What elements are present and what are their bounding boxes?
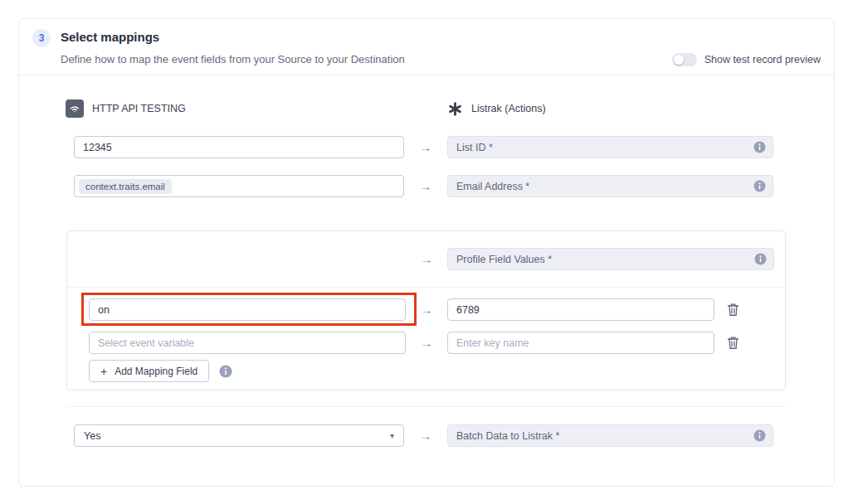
show-test-record-preview-toggle[interactable] [672, 53, 697, 66]
destination-header: Listrak (Actions) [447, 101, 773, 117]
step-number-badge: 3 [32, 29, 51, 47]
batch-select[interactable]: Yes ▾ [74, 424, 404, 447]
delete-row-button[interactable] [714, 303, 751, 317]
kv1-key-name-input[interactable] [447, 298, 714, 321]
arrow-right-icon: → [406, 336, 447, 350]
arrow-right-icon: → [404, 429, 447, 443]
section-divider [66, 406, 786, 407]
plus-icon: + [100, 365, 107, 378]
email-source-input[interactable]: context.traits.email [74, 175, 404, 197]
partner-header-row: HTTP API TESTING Listrak (Actions) [74, 99, 773, 119]
add-mapping-field-row: + Add Mapping Field [89, 360, 232, 382]
source-name: HTTP API TESTING [92, 103, 186, 114]
profile-label: Profile Field Values * [456, 254, 552, 265]
profile-field-values-box: → Profile Field Values * → [66, 230, 786, 390]
page-subtitle: Define how to map the event fields from … [61, 53, 405, 65]
arrow-right-icon: → [404, 140, 447, 154]
wifi-icon [66, 99, 84, 118]
info-icon[interactable] [753, 141, 766, 153]
profile-destination-field: Profile Field Values * [447, 248, 774, 270]
kv2-variable-input[interactable] [89, 332, 406, 354]
test-record-preview-toggle-group: Show test record preview [672, 53, 821, 66]
email-destination-field: Email Address * [447, 175, 773, 197]
mapping-row-list-id: → List ID * [74, 136, 773, 158]
list-id-source-input[interactable] [74, 136, 404, 158]
batch-label: Batch Data to Listrak * [456, 430, 559, 442]
event-variable-chip[interactable]: context.traits.email [79, 179, 172, 194]
destination-name: Listrak (Actions) [471, 103, 546, 114]
email-label: Email Address * [456, 181, 529, 192]
add-mapping-field-button[interactable]: + Add Mapping Field [89, 360, 209, 382]
chevron-down-icon: ▾ [390, 431, 394, 440]
arrow-right-icon: → [406, 252, 447, 266]
info-icon[interactable] [753, 180, 766, 192]
mapping-row-batch: Yes ▾ → Batch Data to Listrak * [74, 424, 773, 447]
batch-select-value: Yes [84, 430, 100, 442]
batch-destination-field: Batch Data to Listrak * [447, 424, 773, 447]
kv2-key-name-input[interactable] [447, 332, 714, 354]
info-icon[interactable] [753, 429, 766, 442]
source-header: HTTP API TESTING [66, 99, 404, 118]
info-icon[interactable] [219, 365, 232, 378]
info-icon[interactable] [754, 253, 767, 265]
delete-row-button[interactable] [714, 336, 751, 350]
select-mappings-card: 3 Select mappings Define how to map the … [18, 18, 835, 487]
box-divider [67, 287, 785, 288]
toggle-knob [674, 55, 684, 65]
add-mapping-field-label: Add Mapping Field [115, 366, 197, 377]
toggle-label: Show test record preview [704, 54, 821, 65]
mapping-row-profile-field-values: → Profile Field Values * [89, 248, 774, 270]
arrow-right-icon: → [406, 303, 447, 317]
mapping-row-kv-2: → [89, 332, 786, 354]
kv1-variable-input[interactable] [89, 298, 406, 321]
arrow-right-icon: → [404, 179, 447, 193]
list-id-label: List ID * [456, 142, 493, 153]
listrak-asterisk-icon [447, 101, 463, 117]
list-id-destination-field: List ID * [447, 136, 773, 158]
mapping-row-kv-1: → [89, 298, 786, 321]
header-divider [19, 75, 834, 75]
page-title: Select mappings [61, 30, 159, 44]
mapping-row-email: context.traits.email → Email Address * [74, 175, 773, 197]
